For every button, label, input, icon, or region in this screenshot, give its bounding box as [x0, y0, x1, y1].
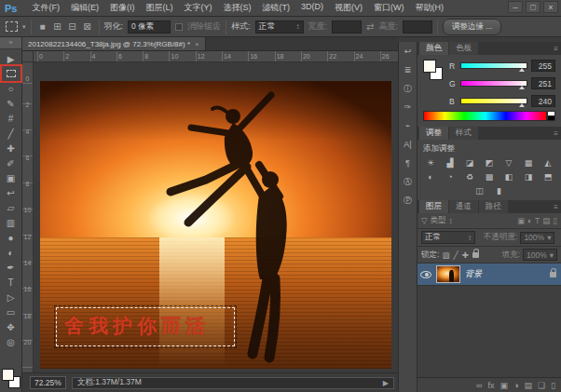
- layers-action-layer-group-icon[interactable]: ▤: [524, 379, 532, 392]
- tool-path-select-tool[interactable]: ▷: [2, 290, 21, 304]
- adjustment-gradient-map[interactable]: ▮: [493, 185, 506, 196]
- layer-filter-filter-pixel-layers[interactable]: ▣: [517, 216, 525, 225]
- layer-filter-filter-smart-objects[interactable]: ▯: [553, 216, 557, 225]
- stepper-icon[interactable]: ↕: [449, 216, 453, 225]
- tab-swatches[interactable]: 色板: [449, 42, 478, 55]
- foreground-color-swatch[interactable]: [2, 369, 14, 381]
- red-value-input[interactable]: 255: [531, 60, 555, 72]
- opacity-input[interactable]: 100% ▾: [520, 232, 554, 244]
- close-button[interactable]: ×: [543, 1, 558, 13]
- minimize-button[interactable]: –: [508, 1, 523, 13]
- horizontal-ruler[interactable]: 02468101214161820222426: [34, 51, 398, 62]
- tab-paths[interactable]: 路径: [479, 200, 508, 213]
- chevron-down-icon[interactable]: ▾: [22, 23, 26, 31]
- vertical-ruler[interactable]: 02468101214161820: [22, 62, 34, 372]
- adjustment-invert[interactable]: ◧: [502, 171, 515, 182]
- spectrum-endcaps[interactable]: [547, 111, 555, 121]
- tab-color[interactable]: 颜色: [419, 42, 448, 55]
- tab-styles[interactable]: 样式: [449, 127, 478, 140]
- document-tab[interactable]: 20120822134406_T38ja.jpg @ 72.3%(RGB/8#)…: [22, 37, 206, 50]
- adjustment-levels[interactable]: ▟: [444, 157, 457, 169]
- adjustment-photo-filter[interactable]: ◔: [444, 171, 457, 182]
- menu-item[interactable]: 帮助(H): [409, 0, 449, 16]
- layer-thumbnail[interactable]: [436, 265, 460, 283]
- tool-type-tool[interactable]: T: [2, 275, 21, 290]
- tool-shape-tool[interactable]: ▭: [2, 304, 21, 319]
- tool-healing-brush-tool[interactable]: ✚: [2, 141, 21, 155]
- selection-mode-button-new-selection[interactable]: ■: [36, 20, 49, 34]
- blue-value-input[interactable]: 240: [531, 95, 555, 107]
- height-input[interactable]: [403, 20, 432, 34]
- adjustment-exposure[interactable]: ◩: [483, 157, 496, 169]
- adjustment-selective-color[interactable]: ◫: [473, 185, 486, 196]
- status-arrow-icon[interactable]: ▶: [383, 379, 389, 387]
- filter-funnel-icon[interactable]: ▽: [421, 216, 428, 225]
- dock-paragraph-styles-icon[interactable]: Ⓟ: [401, 195, 416, 207]
- tool-history-brush-tool[interactable]: ↩: [2, 185, 21, 200]
- tool-eyedropper-tool[interactable]: ╱: [2, 126, 21, 141]
- layer-row-background[interactable]: 背景: [417, 264, 561, 286]
- lock-position-icon[interactable]: ✚: [462, 250, 469, 260]
- adjustment-color-lookup[interactable]: ▩: [483, 171, 496, 182]
- menu-item[interactable]: 选择(S): [217, 0, 256, 16]
- adjustment-channel-mixer[interactable]: ♻: [463, 171, 476, 182]
- tool-clone-stamp-tool[interactable]: ▣: [2, 170, 21, 185]
- menu-item[interactable]: 图像(I): [104, 0, 141, 16]
- tool-crop-tool[interactable]: #: [2, 111, 21, 126]
- menu-item[interactable]: 编辑(E): [65, 0, 104, 16]
- layer-filter-filter-group-layers[interactable]: ▤: [542, 216, 550, 225]
- adjustment-brightness-contrast[interactable]: ☀: [424, 157, 437, 169]
- layer-name[interactable]: 背景: [465, 268, 482, 280]
- swap-dimensions-icon[interactable]: ⇄: [366, 21, 374, 32]
- tool-hand-tool[interactable]: ✥: [2, 319, 21, 334]
- panel-menu-icon[interactable]: ≡: [554, 203, 558, 211]
- selection-mode-button-subtract-from-selection[interactable]: ⊟: [66, 20, 79, 34]
- slider-knob[interactable]: [519, 68, 525, 72]
- dock-character-styles-icon[interactable]: Ⓐ: [401, 176, 416, 188]
- maximize-button[interactable]: □: [526, 1, 540, 13]
- tool-gradient-tool[interactable]: ▥: [2, 215, 21, 230]
- feather-input[interactable]: 0 像素: [128, 20, 171, 34]
- layers-action-layer-mask-icon[interactable]: ▣: [500, 379, 509, 392]
- filter-type-label[interactable]: 类型: [431, 215, 446, 226]
- selection-mode-button-intersect-selection[interactable]: ⊠: [81, 20, 94, 34]
- antialias-checkbox[interactable]: [175, 23, 183, 31]
- tab-adjustments[interactable]: 调整: [419, 127, 448, 140]
- tab-channels[interactable]: 通道: [449, 200, 478, 213]
- tool-eraser-tool[interactable]: ▱: [2, 200, 21, 215]
- adjustment-color-balance[interactable]: ◭: [541, 157, 554, 169]
- tool-quick-selection-tool[interactable]: ✎: [2, 96, 21, 111]
- slider-knob[interactable]: [519, 86, 525, 89]
- layer-filter-filter-type-layers[interactable]: T: [535, 216, 540, 225]
- adjustment-hue-saturation[interactable]: ▦: [522, 157, 535, 169]
- panel-menu-icon[interactable]: ≡: [554, 45, 558, 53]
- layers-action-link-layers-icon[interactable]: ∞: [476, 379, 482, 392]
- adjustment-black-white[interactable]: ◐: [424, 171, 437, 182]
- adjustment-vibrance[interactable]: ▽: [502, 157, 515, 169]
- dock-character-icon[interactable]: A|: [401, 139, 416, 151]
- layers-action-adjustment-layer-icon[interactable]: ◑: [513, 379, 518, 392]
- adjustment-threshold[interactable]: ⬒: [541, 171, 554, 182]
- layers-action-delete-layer-icon[interactable]: ▯: [551, 379, 555, 392]
- dock-info-icon[interactable]: ⓘ: [401, 83, 416, 95]
- lock-transparency-icon[interactable]: ▨: [442, 250, 449, 260]
- tab-layers[interactable]: 图层: [419, 200, 448, 213]
- tool-dodge-tool[interactable]: ◐: [2, 245, 21, 260]
- menu-item[interactable]: 图层(L): [140, 0, 178, 16]
- selection-mode-button-add-to-selection[interactable]: ⊞: [51, 20, 64, 34]
- layer-filter-filter-adjustment-layers[interactable]: ◐: [527, 216, 532, 225]
- active-tool-icon[interactable]: [6, 21, 18, 32]
- refine-edge-button[interactable]: 调整边缘 ...: [443, 19, 501, 35]
- panel-color-swatches[interactable]: [423, 60, 444, 84]
- slider-knob[interactable]: [519, 103, 525, 107]
- style-select[interactable]: 正常 ↕: [255, 20, 304, 34]
- menu-item[interactable]: 视图(V): [329, 0, 368, 16]
- tool-move-tool[interactable]: ▶: [2, 51, 21, 66]
- adjustment-posterize[interactable]: ◨: [522, 171, 535, 182]
- dock-brush-presets-icon[interactable]: ✑: [401, 101, 416, 114]
- menu-item[interactable]: 文字(Y): [178, 0, 217, 16]
- dock-paragraph-icon[interactable]: ¶: [401, 157, 416, 169]
- fill-input[interactable]: 100% ▾: [523, 249, 557, 261]
- tool-rect-marquee-tool[interactable]: [2, 66, 21, 81]
- dock-history-icon[interactable]: ↩: [401, 46, 416, 58]
